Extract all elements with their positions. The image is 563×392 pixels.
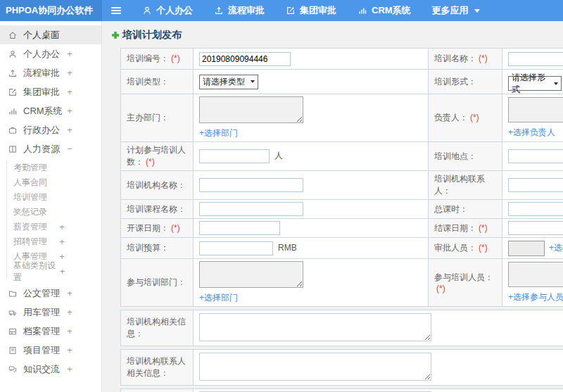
form-table-org-info: 培训机构相关信息： [120,310,563,346]
field-label: 结课日期：(*) [429,219,502,238]
select-approver-link[interactable]: +选择审批人员 [549,242,563,254]
sidebar-item-hr[interactable]: 人力资源 − [0,139,101,158]
end-date-input[interactable] [508,221,563,235]
folder-icon [8,289,18,298]
sidebar-item-group-approval[interactable]: 集团审批 + [0,82,101,101]
sidebar-sub-recruit[interactable]: 招聘管理+ [7,234,101,249]
training-form-select[interactable]: 请选择形式 [508,76,562,91]
field-label: 参与培训人员：(*) [429,259,502,307]
org-info-textarea[interactable] [199,313,431,341]
book-icon [8,144,18,154]
user-icon [142,6,152,15]
sidebar-item-crm[interactable]: CRM系统 + [0,101,101,120]
field-label: 参与培训部门： [121,259,194,307]
main-content: 培训计划发布 培训编号：(*) 培训名称：(*) 培训类型： 请选择类型 [102,21,563,392]
expand-toggle[interactable]: + [66,326,73,336]
course-name-input[interactable] [199,202,303,216]
sidebar-sub-salary[interactable]: 薪资管理+ [7,220,101,234]
app-logo: PHPOA协同办公软件 [0,0,102,21]
field-label: 培训编号：(*) [121,49,194,70]
expand-toggle[interactable]: + [66,307,73,317]
required-mark: (*) [470,113,479,122]
sidebar-item-admin-office[interactable]: 行政办公 + [0,120,101,139]
leader-textarea[interactable] [508,97,563,122]
form-table-requirement: 培训要求： [120,388,563,392]
collapse-toggle[interactable]: − [66,144,73,154]
budget-input[interactable] [199,241,273,255]
required-mark: (*) [479,223,488,233]
field-label: 培训机构联系人相关信息： [121,350,194,386]
upload-flow-icon [214,6,224,15]
expand-toggle[interactable]: + [66,125,73,135]
hamburger-menu-icon[interactable] [111,7,121,14]
sidebar-item-documents[interactable]: 公文管理 + [0,284,101,303]
expand-toggle[interactable]: + [59,266,65,277]
sidebar-sub-base-category[interactable]: 基础类别设置+ [7,264,101,279]
select-caret-icon [251,80,255,83]
currency-suffix: RMB [278,243,297,253]
field-label: 培训预算： [121,238,194,259]
page-title-bar: 培训计划发布 [102,21,563,48]
expand-toggle[interactable]: + [66,364,73,374]
select-join-dept-link[interactable]: +选择部门 [199,292,238,304]
sidebar-item-project[interactable]: 项目管理 + [0,341,101,360]
total-hours-input[interactable] [508,202,563,216]
expand-toggle[interactable]: + [66,345,73,355]
sidebar-sub-rewards[interactable]: 奖惩记录 [7,205,101,220]
approver-input[interactable] [508,241,545,256]
training-no-input[interactable] [199,52,291,66]
org-name-input[interactable] [199,178,303,192]
expand-toggle[interactable]: + [66,68,73,78]
nav-personal-office[interactable]: 个人办公 [142,4,193,17]
field-label: 培训机构联系人： [429,171,502,200]
nav-more-apps[interactable]: 更多应用 [432,4,480,17]
notebook-icon [8,346,18,355]
sidebar: 个人桌面 个人办公 + 流程审批 + 集团审批 + CRM系统 + [0,21,102,392]
training-plan-form: 培训编号：(*) 培训名称：(*) 培训类型： 请选择类型 培训形式： 请选择形… [120,48,563,392]
select-join-person-link[interactable]: +选择参与人员 [508,291,563,303]
org-contact-info-textarea[interactable] [199,353,431,381]
required-mark: (*) [479,243,488,253]
field-label: 负责人：(*) [429,94,502,142]
expand-toggle[interactable]: + [66,106,73,116]
form-table-main: 培训编号：(*) 培训名称：(*) 培训类型： 请选择类型 培训形式： 请选择形… [120,48,563,307]
start-date-input[interactable] [199,221,280,235]
sidebar-item-personal-office[interactable]: 个人办公 + [0,44,101,63]
nav-crm[interactable]: CRM系统 [358,4,411,17]
join-person-textarea[interactable] [508,262,563,287]
sidebar-item-vehicle[interactable]: 用车管理 + [0,303,101,322]
sidebar-sub-hr-contract[interactable]: 人事合同 [7,175,101,190]
truck-icon [8,308,18,317]
expand-toggle[interactable]: + [66,87,73,97]
expand-toggle[interactable]: + [66,288,73,298]
sidebar-sub-attendance[interactable]: 考勤管理 [7,160,101,175]
briefcase-icon [8,125,18,135]
expand-toggle[interactable]: + [66,49,73,59]
expand-toggle[interactable]: + [58,222,65,232]
org-contact-input[interactable] [508,178,563,192]
join-dept-textarea[interactable] [199,261,303,288]
sidebar-sub-training[interactable]: 培训管理 [7,190,101,205]
field-label: 培训形式： [429,70,502,94]
select-leader-link[interactable]: +选择负责人 [508,127,555,139]
field-label: 总课时： [429,200,502,219]
training-type-select[interactable]: 请选择类型 [199,75,258,89]
top-header: PHPOA协同办公软件 个人办公 流程审批 集团审批 CRM系统 更多应用 [0,0,563,21]
field-label: 计划参与培训人数：(*) [121,142,194,171]
expand-toggle[interactable]: + [58,236,65,247]
sidebar-item-desktop[interactable]: 个人桌面 [0,25,101,44]
training-place-input[interactable] [508,149,563,163]
expand-toggle[interactable]: + [58,251,65,262]
sidebar-item-workflow-approval[interactable]: 流程审批 + [0,63,101,82]
edit-square-icon [8,87,18,97]
select-dept-link[interactable]: +选择部门 [199,127,238,139]
training-name-input[interactable] [508,52,563,66]
sidebar-item-archive[interactable]: 档案管理 + [0,322,101,341]
host-dept-textarea[interactable] [199,96,303,123]
required-mark: (*) [436,284,445,293]
participant-count-input[interactable] [199,149,270,163]
nav-workflow-approval[interactable]: 流程审批 [214,4,265,17]
nav-group-approval[interactable]: 集团审批 [286,4,336,17]
sidebar-item-knowledge[interactable]: 知识交流 + [0,360,101,379]
home-icon [8,30,18,40]
